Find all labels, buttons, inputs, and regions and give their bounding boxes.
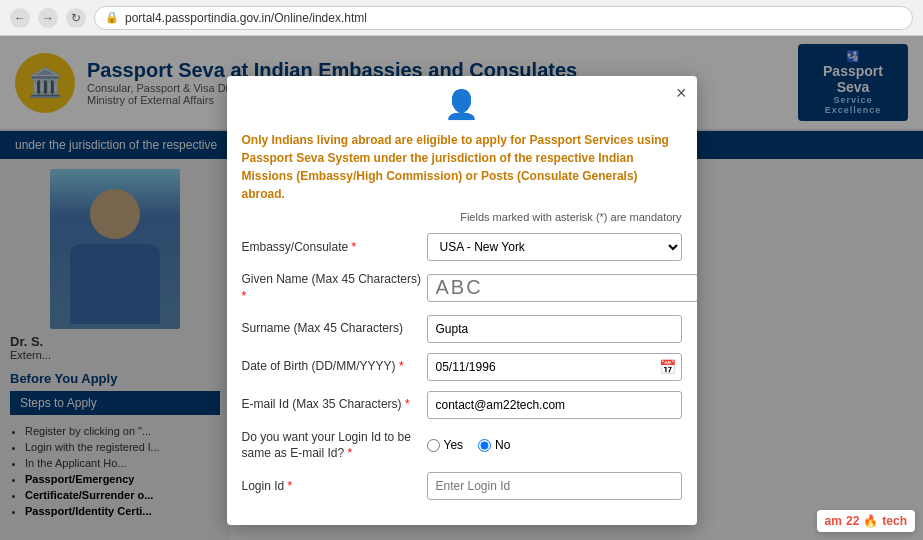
given-name-input[interactable] bbox=[427, 274, 697, 302]
dob-input-wrapper: 📅 bbox=[427, 353, 682, 381]
same-email-radio-group: Yes No bbox=[427, 438, 682, 452]
modal-dialog: × 👤 Only Indians living abroad are eligi… bbox=[227, 76, 697, 525]
same-email-label: Do you want your Login Id to be same as … bbox=[242, 429, 427, 463]
surname-input[interactable] bbox=[427, 315, 682, 343]
brand-text-22: 22 bbox=[846, 514, 859, 528]
embassy-label: Embassy/Consulate * bbox=[242, 239, 427, 256]
calendar-icon[interactable]: 📅 bbox=[659, 359, 676, 375]
modal-body: Embassy/Consulate * USA - New York Given… bbox=[227, 228, 697, 525]
given-name-label: Given Name (Max 45 Characters) * bbox=[242, 271, 427, 305]
radio-no-input[interactable] bbox=[478, 439, 491, 452]
radio-no[interactable]: No bbox=[478, 438, 510, 452]
brand-watermark: am22🔥tech bbox=[817, 510, 915, 532]
radio-yes-input[interactable] bbox=[427, 439, 440, 452]
brand-text-tech: tech bbox=[882, 514, 907, 528]
radio-yes[interactable]: Yes bbox=[427, 438, 464, 452]
url-bar[interactable]: 🔒 portal4.passportindia.gov.in/Online/in… bbox=[94, 6, 913, 30]
same-email-row: Do you want your Login Id to be same as … bbox=[242, 429, 682, 463]
page-content: 🏛️ Passport Seva at Indian Embassies and… bbox=[0, 36, 923, 540]
login-id-input[interactable] bbox=[427, 472, 682, 500]
back-button[interactable]: ← bbox=[10, 8, 30, 28]
forward-button[interactable]: → bbox=[38, 8, 58, 28]
brand-fire: 🔥 bbox=[863, 514, 878, 528]
dob-row: Date of Birth (DD/MM/YYYY) * 📅 bbox=[242, 353, 682, 381]
surname-label: Surname (Max 45 Characters) bbox=[242, 320, 427, 337]
url-text: portal4.passportindia.gov.in/Online/inde… bbox=[125, 11, 367, 25]
login-id-label: Login Id * bbox=[242, 478, 427, 495]
modal-icon: 👤 bbox=[227, 76, 697, 126]
given-name-row: Given Name (Max 45 Characters) * bbox=[242, 271, 682, 305]
browser-bar: ← → ↻ 🔒 portal4.passportindia.gov.in/Onl… bbox=[0, 0, 923, 36]
modal-overlay: × 👤 Only Indians living abroad are eligi… bbox=[0, 36, 923, 540]
lock-icon: 🔒 bbox=[105, 11, 119, 24]
embassy-select[interactable]: USA - New York bbox=[427, 233, 682, 261]
email-input[interactable] bbox=[427, 391, 682, 419]
login-id-row: Login Id * bbox=[242, 472, 682, 500]
dob-input[interactable] bbox=[427, 353, 682, 381]
brand-text-am: am bbox=[825, 514, 842, 528]
modal-close-button[interactable]: × bbox=[676, 84, 687, 102]
email-label: E-mail Id (Max 35 Characters) * bbox=[242, 396, 427, 413]
surname-row: Surname (Max 45 Characters) bbox=[242, 315, 682, 343]
embassy-row: Embassy/Consulate * USA - New York bbox=[242, 233, 682, 261]
modal-mandatory-note: Fields marked with asterisk (*) are mand… bbox=[227, 211, 697, 228]
modal-warning-text: Only Indians living abroad are eligible … bbox=[227, 126, 697, 211]
email-row: E-mail Id (Max 35 Characters) * bbox=[242, 391, 682, 419]
refresh-button[interactable]: ↻ bbox=[66, 8, 86, 28]
dob-label: Date of Birth (DD/MM/YYYY) * bbox=[242, 358, 427, 375]
